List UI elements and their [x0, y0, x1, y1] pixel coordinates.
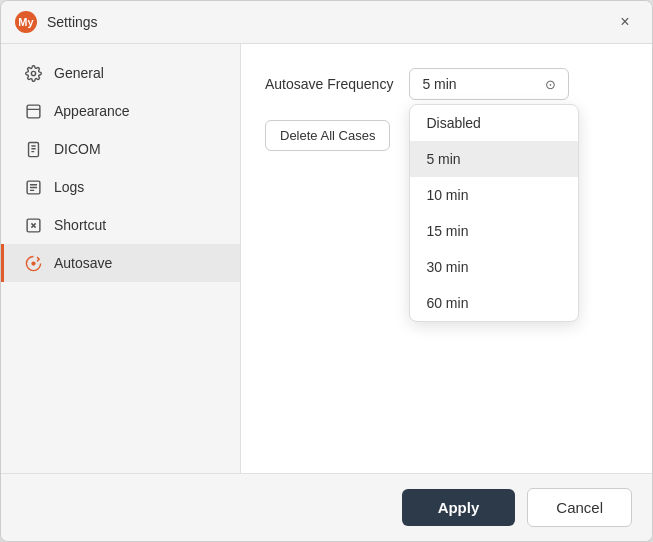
autosave-frequency-label: Autosave Frequency [265, 76, 393, 92]
svg-point-12 [31, 261, 35, 265]
apply-button[interactable]: Apply [402, 489, 516, 526]
option-15min[interactable]: 15 min [410, 213, 578, 249]
sidebar-label-autosave: Autosave [54, 255, 112, 271]
svg-point-0 [31, 71, 35, 75]
autosave-icon [24, 254, 42, 272]
frequency-dropdown-menu: Disabled 5 min 10 min 15 min 30 min 60 m… [409, 104, 579, 322]
footer: Apply Cancel [1, 473, 652, 541]
frequency-selected-value: 5 min [422, 76, 456, 92]
logs-icon [24, 178, 42, 196]
content-area: Autosave Frequency 5 min ⊙ Disabled 5 mi… [241, 44, 652, 473]
appearance-icon [24, 102, 42, 120]
gear-icon [24, 64, 42, 82]
sidebar-label-general: General [54, 65, 104, 81]
sidebar-item-logs[interactable]: Logs [1, 168, 240, 206]
sidebar-item-shortcut[interactable]: Shortcut [1, 206, 240, 244]
sidebar-label-appearance: Appearance [54, 103, 130, 119]
option-disabled[interactable]: Disabled [410, 105, 578, 141]
close-button[interactable]: × [612, 9, 638, 35]
main-content: General Appearance DICOM [1, 44, 652, 473]
sidebar-label-shortcut: Shortcut [54, 217, 106, 233]
delete-all-cases-button[interactable]: Delete All Cases [265, 120, 390, 151]
dicom-icon [24, 140, 42, 158]
settings-window: My Settings × General [0, 0, 653, 542]
frequency-dropdown[interactable]: 5 min ⊙ [409, 68, 569, 100]
sidebar-item-appearance[interactable]: Appearance [1, 92, 240, 130]
sidebar-label-logs: Logs [54, 179, 84, 195]
cancel-button[interactable]: Cancel [527, 488, 632, 527]
option-60min[interactable]: 60 min [410, 285, 578, 321]
option-5min[interactable]: 5 min [410, 141, 578, 177]
window-title: Settings [47, 14, 612, 30]
autosave-frequency-row: Autosave Frequency 5 min ⊙ Disabled 5 mi… [265, 68, 628, 100]
sidebar-item-autosave[interactable]: Autosave [1, 244, 240, 282]
app-logo: My [15, 11, 37, 33]
chevron-down-icon: ⊙ [545, 77, 556, 92]
frequency-dropdown-container: 5 min ⊙ Disabled 5 min 10 min 15 min 30 … [409, 68, 569, 100]
option-10min[interactable]: 10 min [410, 177, 578, 213]
sidebar-label-dicom: DICOM [54, 141, 101, 157]
shortcut-icon [24, 216, 42, 234]
sidebar-item-general[interactable]: General [1, 54, 240, 92]
svg-rect-1 [27, 105, 40, 118]
sidebar: General Appearance DICOM [1, 44, 241, 473]
option-30min[interactable]: 30 min [410, 249, 578, 285]
sidebar-item-dicom[interactable]: DICOM [1, 130, 240, 168]
titlebar: My Settings × [1, 1, 652, 44]
